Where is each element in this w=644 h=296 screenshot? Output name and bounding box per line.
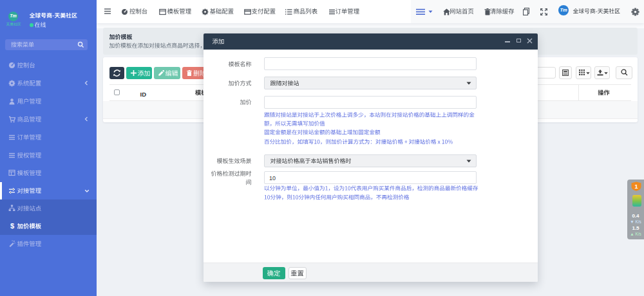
svg-text:1: 1 (634, 183, 638, 190)
